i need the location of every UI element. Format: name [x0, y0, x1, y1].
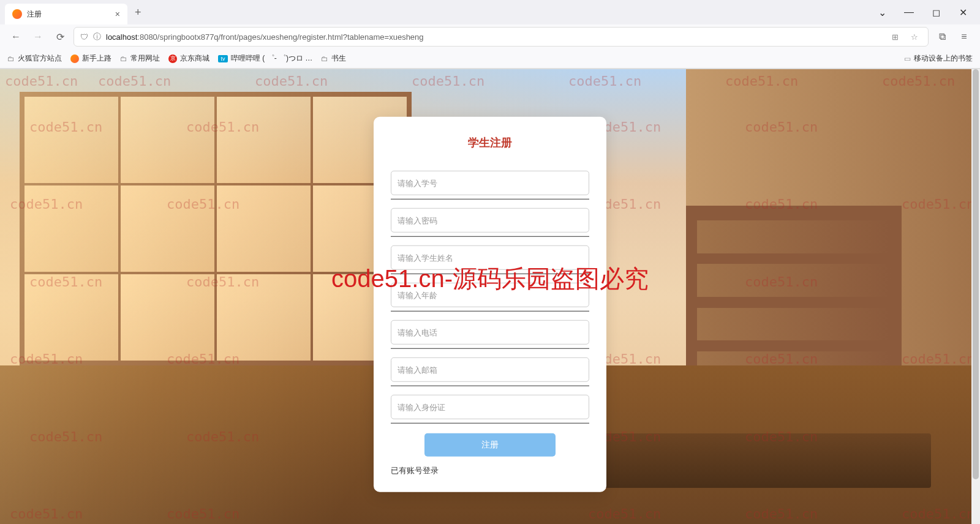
shield-icon: 🛡: [80, 32, 88, 42]
bilibili-icon: tv: [218, 55, 228, 62]
bookmark-bilibili[interactable]: tv哔哩哔哩 ( ゜- ゜)つロ …: [218, 53, 312, 64]
mobile-icon: ▭: [904, 54, 911, 63]
extensions-button[interactable]: ⧉: [933, 28, 951, 45]
qr-icon[interactable]: ⊞: [888, 32, 902, 42]
student-name-input[interactable]: [391, 245, 589, 270]
idcard-input[interactable]: [391, 395, 589, 419]
folder-icon: 🗀: [7, 54, 15, 63]
firefox-icon: [70, 54, 79, 63]
scrollbar[interactable]: [971, 69, 980, 524]
bookmark-common[interactable]: 🗀常用网址: [120, 53, 160, 64]
login-link[interactable]: 已有账号登录: [391, 465, 589, 476]
nav-reload-button[interactable]: ⟳: [51, 28, 69, 45]
email-input[interactable]: [391, 357, 589, 382]
new-tab-button[interactable]: +: [127, 6, 149, 19]
tab-close-button[interactable]: ×: [115, 9, 120, 19]
lock-icon: ⓘ: [93, 31, 101, 42]
browser-chrome: 注册 × + ⌄ — ◻ ✕ ← → ⟳ 🛡 ⓘ localhost:8080/…: [0, 0, 980, 69]
address-bar: ← → ⟳ 🛡 ⓘ localhost:8080/springbootx877q…: [0, 24, 980, 49]
browser-tab[interactable]: 注册 ×: [5, 4, 127, 24]
bookmark-jd[interactable]: 京京东商城: [168, 53, 209, 64]
jd-icon: 京: [168, 54, 177, 63]
page-viewport: code51.cn code51.cn code51.cn code51.cn …: [0, 69, 980, 524]
password-input[interactable]: [391, 208, 589, 233]
window-maximize-button[interactable]: ◻: [924, 3, 948, 21]
star-icon[interactable]: ☆: [907, 32, 922, 42]
nav-forward-button[interactable]: →: [29, 28, 47, 45]
phone-input[interactable]: [391, 320, 589, 345]
nav-back-button[interactable]: ←: [7, 28, 24, 45]
tab-favicon-icon: [12, 9, 22, 19]
bookmark-newbie[interactable]: 新手上路: [70, 53, 111, 64]
folder-icon: 🗀: [120, 54, 127, 63]
menu-button[interactable]: ≡: [956, 28, 973, 45]
register-button[interactable]: 注册: [424, 433, 556, 457]
bookmarks-bar: 🗀火狐官方站点 新手上路 🗀常用网址 京京东商城 tv哔哩哔哩 ( ゜- ゜)つ…: [0, 49, 980, 69]
age-input[interactable]: [391, 283, 589, 307]
scrollbar-thumb[interactable]: [973, 69, 979, 479]
bookmark-firefox[interactable]: 🗀火狐官方站点: [7, 53, 62, 64]
bookmark-mobile[interactable]: ▭移动设备上的书签: [904, 53, 973, 64]
register-card: 学生注册 注册 已有账号登录: [374, 117, 606, 492]
card-title: 学生注册: [391, 135, 589, 150]
student-id-input[interactable]: [391, 171, 589, 195]
window-dropdown-icon[interactable]: ⌄: [870, 3, 894, 21]
url-text: localhost:8080/springbootx877q/front/pag…: [106, 32, 883, 42]
tab-bar: 注册 × + ⌄ — ◻ ✕: [0, 0, 980, 24]
window-close-button[interactable]: ✕: [951, 3, 975, 21]
folder-icon: 🗀: [321, 54, 328, 63]
tab-title: 注册: [27, 9, 42, 20]
url-input[interactable]: 🛡 ⓘ localhost:8080/springbootx877q/front…: [74, 27, 929, 47]
window-controls: ⌄ — ◻ ✕: [870, 3, 975, 21]
window-minimize-button[interactable]: —: [897, 3, 921, 21]
bookmark-shusheng[interactable]: 🗀书生: [321, 53, 346, 64]
